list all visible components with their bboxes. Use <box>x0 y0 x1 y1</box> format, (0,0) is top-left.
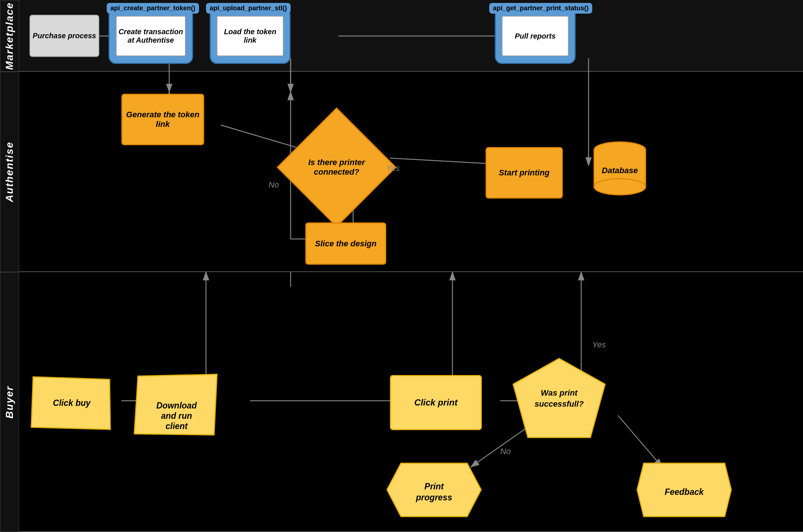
svg-text:Was print: Was print <box>541 388 578 397</box>
api-label-3: api_get_partner_print_status() <box>489 3 592 14</box>
purchase-process-label: Purchase process <box>33 32 96 40</box>
was-print-no-label: No <box>500 447 511 456</box>
svg-text:Download: Download <box>156 401 197 410</box>
svg-point-32 <box>594 179 646 195</box>
load-token-inner: Load the token link <box>217 16 284 56</box>
svg-text:client: client <box>166 421 188 431</box>
create-transaction-inner: Create transaction at Authentise <box>116 16 186 56</box>
diagram-container: Marketplace Authentise Buyer Purchase pr… <box>0 0 803 532</box>
svg-text:progress: progress <box>416 493 452 502</box>
click-print-shape: Click print <box>390 375 482 430</box>
click-buy-shape: Click buy <box>29 375 114 432</box>
pull-reports-inner: Pull reports <box>502 16 569 56</box>
load-token-shape: Load the token link <box>210 8 291 64</box>
printer-yes-label: Yes <box>386 164 400 173</box>
api-label-2: api_upload_partner_stl() <box>206 3 291 14</box>
lane-label-authentise: Authentise <box>0 72 19 272</box>
slice-design-label: Slice the design <box>315 239 377 249</box>
database-shape: Database <box>589 140 651 199</box>
start-printing-label: Start printing <box>499 168 550 178</box>
svg-text:Database: Database <box>602 166 638 175</box>
create-transaction-shape: Create transaction at Authentise <box>109 8 193 64</box>
svg-marker-42 <box>513 358 605 438</box>
generate-token-shape: Generate the token link <box>121 94 204 145</box>
create-transaction-label: Create transaction at Authentise <box>117 28 185 44</box>
svg-text:Click buy: Click buy <box>53 398 91 408</box>
svg-text:Feedback: Feedback <box>665 487 704 497</box>
slice-design-shape: Slice the design <box>305 222 386 265</box>
load-token-label: Load the token link <box>217 28 283 44</box>
lane-label-marketplace: Marketplace <box>0 0 19 72</box>
download-client-shape: Download and run client <box>132 373 221 438</box>
is-printer-text: Is there printer connected? <box>294 125 379 210</box>
svg-text:successfull?: successfull? <box>534 399 583 408</box>
svg-text:Print: Print <box>424 482 444 491</box>
feedback-shape: Feedback <box>636 461 732 518</box>
was-print-shape: Was print successfull? <box>511 357 607 441</box>
generate-token-label: Generate the token link <box>122 110 203 129</box>
click-print-label: Click print <box>414 397 457 408</box>
pull-reports-label: Pull reports <box>515 32 555 40</box>
start-printing-shape: Start printing <box>486 147 563 199</box>
lane-label-buyer: Buyer <box>0 272 19 532</box>
print-progress-shape: Print progress <box>386 461 482 518</box>
purchase-process-shape: Purchase process <box>29 15 99 57</box>
was-print-yes-label: Yes <box>592 340 606 350</box>
is-printer-container: Is there printer connected? <box>294 125 379 210</box>
api-label-1: api_create_partner_token() <box>107 3 199 14</box>
pull-reports-shape: Pull reports <box>495 8 576 64</box>
printer-no-label: No <box>269 180 279 190</box>
svg-text:and run: and run <box>161 411 192 421</box>
